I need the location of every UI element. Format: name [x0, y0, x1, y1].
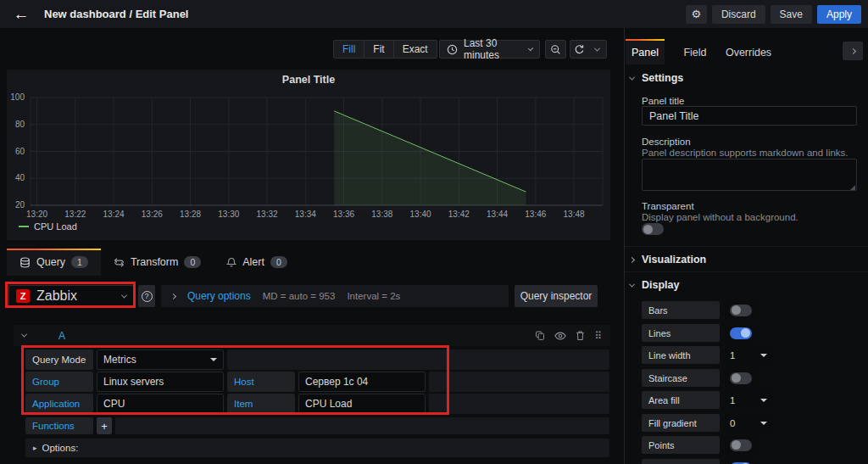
- query-options-toggle[interactable]: Query options: [187, 290, 251, 302]
- add-function-button[interactable]: +: [97, 417, 112, 434]
- panel-title-input[interactable]: [642, 106, 857, 126]
- visualization-section-header[interactable]: Visualization: [630, 254, 706, 266]
- datasource-picker[interactable]: Z Zabbix: [8, 285, 134, 307]
- size-mode-exact-button[interactable]: Exact: [394, 40, 437, 59]
- size-mode-fill-button[interactable]: Fill: [333, 40, 364, 59]
- svg-text:13:42: 13:42: [448, 210, 470, 219]
- sidebar-tab-label: Panel: [632, 47, 659, 59]
- page-title: New dashboard / Edit Panel: [44, 8, 188, 20]
- settings-section-header[interactable]: Settings: [630, 72, 683, 84]
- description-textarea[interactable]: [642, 159, 857, 191]
- discard-button[interactable]: Discard: [712, 5, 765, 24]
- tab-label: Query: [36, 256, 65, 268]
- refresh-icon: [574, 44, 585, 55]
- size-mode-fit-button[interactable]: Fit: [364, 40, 393, 59]
- toggle-switch[interactable]: [730, 327, 752, 339]
- collapse-sidebar-button[interactable]: [843, 42, 863, 60]
- toggle-switch[interactable]: [730, 439, 752, 451]
- query-row-header[interactable]: A ⠿: [14, 325, 610, 346]
- chevron-down-icon: [210, 358, 217, 361]
- tab-transform[interactable]: Transform0: [101, 249, 214, 276]
- time-series-chart[interactable]: 1008060402013:2013:2213:2413:2613:2813:3…: [7, 70, 610, 240]
- delete-query-trash-icon[interactable]: [576, 330, 585, 341]
- description-help-text: Panel description supports markdown and …: [642, 148, 849, 158]
- host-input[interactable]: [298, 372, 426, 392]
- duplicate-query-icon[interactable]: [535, 330, 545, 341]
- transparent-toggle[interactable]: [642, 223, 664, 235]
- options-sidebar: PanelFieldOverrides Settings Panel title…: [624, 28, 868, 464]
- refresh-interval-dropdown[interactable]: [588, 40, 607, 59]
- resize-handle-icon[interactable]: [850, 185, 855, 190]
- svg-text:13:24: 13:24: [103, 210, 125, 219]
- svg-text:13:44: 13:44: [487, 210, 508, 219]
- back-arrow-icon[interactable]: ←: [7, 5, 36, 24]
- tab-query[interactable]: Query1: [7, 249, 101, 276]
- dashboard-settings-button[interactable]: ⚙: [686, 5, 707, 24]
- fill-gradient-select[interactable]: 0: [724, 414, 773, 432]
- toggle-switch[interactable]: [730, 305, 752, 316]
- bell-icon: [226, 257, 236, 268]
- datasource-help-button[interactable]: ?: [138, 285, 155, 307]
- svg-text:13:22: 13:22: [64, 210, 86, 219]
- save-button[interactable]: Save: [771, 5, 812, 24]
- query-mode-row: Query Mode Metrics: [25, 349, 609, 370]
- item-input[interactable]: [298, 394, 426, 414]
- svg-text:13:26: 13:26: [142, 210, 163, 219]
- panel-title-label: Panel title: [642, 96, 685, 106]
- legend-series-label: CPU Load: [34, 221, 77, 232]
- display-section-header[interactable]: Display: [630, 279, 679, 291]
- bars-toggle[interactable]: [724, 301, 758, 319]
- sidebar-tab-field[interactable]: Field: [674, 41, 716, 64]
- disable-query-eye-icon[interactable]: [554, 331, 566, 341]
- display-option-label: Alert thresholds: [642, 459, 720, 464]
- sidebar-tab-overrides[interactable]: Overrides: [720, 41, 777, 64]
- tab-alert[interactable]: Alert0: [214, 249, 300, 276]
- toggle-switch[interactable]: [730, 372, 752, 384]
- svg-text:40: 40: [15, 173, 25, 182]
- query-mode-select[interactable]: Metrics: [97, 349, 224, 370]
- chart-legend[interactable]: CPU Load: [19, 221, 77, 232]
- display-row-staircase: Staircase: [642, 369, 862, 387]
- query-ref-id: A: [58, 330, 65, 342]
- tab-label: Alert: [242, 256, 264, 268]
- group-host-row: Group Host: [25, 372, 609, 392]
- expand-triangle-icon: ▸: [33, 444, 37, 452]
- display-row-lines: Lines: [642, 324, 862, 342]
- line-width-select[interactable]: 1: [724, 346, 773, 364]
- settings-header-label: Settings: [642, 72, 683, 84]
- display-options-list: BarsLinesLine width1StaircaseArea fill1F…: [642, 301, 862, 464]
- field-label-query-mode: Query Mode: [25, 349, 93, 370]
- staircase-toggle[interactable]: [724, 369, 758, 387]
- field-label-group: Group: [25, 372, 93, 392]
- chevron-down-icon: [760, 354, 767, 357]
- transparent-label: Transparent: [642, 201, 694, 211]
- time-range-picker[interactable]: Last 30 minutes: [439, 40, 540, 59]
- tab-count-badge: 0: [270, 256, 287, 268]
- group-input[interactable]: [97, 372, 224, 392]
- area-fill-select[interactable]: 1: [724, 391, 773, 409]
- chevron-down-icon: [21, 332, 27, 338]
- alert-thresholds-toggle[interactable]: [724, 459, 758, 464]
- application-input[interactable]: [97, 394, 224, 414]
- points-toggle[interactable]: [724, 436, 758, 454]
- display-row-bars: Bars: [642, 301, 862, 319]
- refresh-button[interactable]: [570, 40, 589, 59]
- zoom-out-button[interactable]: [545, 40, 566, 59]
- editor-tabs: Query1Transform0Alert0: [7, 249, 300, 276]
- sidebar-tab-label: Overrides: [726, 47, 771, 59]
- display-option-label: Area fill: [642, 391, 720, 409]
- lines-toggle[interactable]: [724, 324, 758, 342]
- svg-text:20: 20: [15, 200, 25, 210]
- query-options-collapse[interactable]: ▸ Options:: [25, 439, 609, 457]
- database-icon: [19, 257, 31, 268]
- tab-count-badge: 1: [71, 256, 88, 268]
- query-inspector-button[interactable]: Query inspector: [515, 285, 598, 307]
- zabbix-logo-icon: Z: [16, 289, 30, 303]
- drag-handle-icon[interactable]: ⠿: [594, 330, 602, 342]
- chevron-down-icon: [594, 45, 600, 51]
- apply-button[interactable]: Apply: [817, 5, 861, 24]
- top-navbar: ← New dashboard / Edit Panel ⚙ Discard S…: [0, 0, 868, 28]
- transparent-help-text: Display panel without a background.: [642, 212, 798, 222]
- transform-icon: [114, 257, 125, 268]
- sidebar-tab-panel[interactable]: Panel: [626, 41, 665, 64]
